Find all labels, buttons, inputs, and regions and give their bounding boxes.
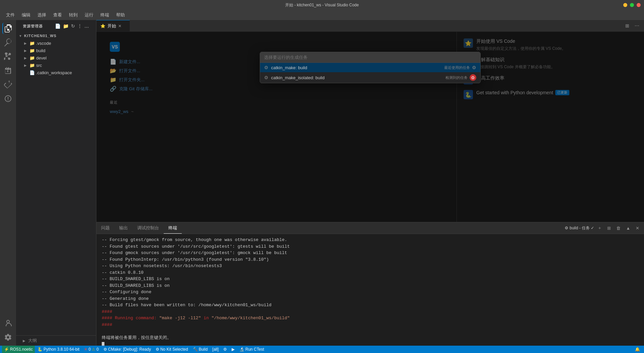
editor-area: ⭐ 开始 ✕ ⊞ ⋯ VS	[96, 20, 644, 346]
activity-remote[interactable]	[2, 93, 14, 104]
quickpick-input-field[interactable]	[264, 55, 476, 60]
vscode-arrow: ▶	[24, 41, 28, 45]
sidebar-header-actions: 📄 📁 ↻ ⋮ …	[55, 23, 89, 29]
split-editor-icon[interactable]: ⊞	[623, 22, 631, 30]
maximize-button[interactable]	[630, 3, 634, 7]
more-actions-icon[interactable]: ⋯	[633, 22, 641, 30]
tree-item-build[interactable]: ▶ 📁 build	[16, 47, 96, 54]
quickpick-label-1: catkin_make: build	[271, 65, 307, 70]
status-notifications[interactable]: 🔔	[633, 347, 642, 352]
cmake-icon: ⚙	[103, 347, 107, 352]
quickpick-container: ⚙ catkin_make: build 最近使用的任务 ⚙ ⚙ catkin_…	[260, 52, 481, 83]
status-cmake[interactable]: ⚙ CMake: [Debug]: Ready	[101, 346, 153, 353]
terminal-line-5: -- Using Python nosetests: /usr/bin/nose…	[102, 263, 639, 269]
outline-section[interactable]: ▶ 大纲	[16, 335, 96, 346]
activity-source-control[interactable]	[2, 51, 14, 62]
activity-explorer[interactable]	[2, 23, 14, 34]
activity-run[interactable]	[2, 65, 14, 76]
python-status-label: Python 3.8.10 64-bit	[44, 347, 79, 352]
terminal-line-12: ####	[102, 309, 639, 315]
menu-help[interactable]: 帮助	[113, 11, 128, 19]
quickpick-item-right-2: 检测到的任务 ⚙	[446, 74, 476, 81]
status-all[interactable]: [all]	[210, 346, 221, 353]
add-terminal-icon[interactable]: ＋	[595, 224, 604, 232]
new-file-icon[interactable]: 📄	[55, 23, 61, 29]
collapse-all-icon[interactable]: ⋮	[77, 23, 82, 29]
tree-item-devel[interactable]: ▶ 📁 devel	[16, 54, 96, 62]
minimize-button[interactable]	[623, 3, 627, 7]
editor-body: VS 📄 新建文件... 📂 打开文件... 📁	[96, 32, 644, 222]
tab-actions: ⊞ ⋯	[623, 20, 644, 31]
gear-icon-1[interactable]: ⚙	[472, 65, 476, 70]
kit-icon: ⚙	[156, 347, 159, 352]
menu-view[interactable]: 查看	[51, 11, 65, 19]
terminal-line-6: -- catkin 0.8.10	[102, 269, 639, 276]
vscode-folder-icon: 📁	[29, 41, 35, 46]
maximize-panel-icon[interactable]: ▲	[624, 224, 632, 232]
status-ctest[interactable]: 🔬 Run CTest	[237, 346, 266, 353]
status-remote[interactable]: ⚡ ROS1.noetic	[2, 346, 35, 353]
activity-settings[interactable]	[2, 332, 14, 343]
build-icon: ⚙	[565, 226, 568, 230]
gear-red-icon[interactable]: ⚙	[470, 74, 476, 81]
panel-tab-problems[interactable]: 问题	[96, 222, 114, 234]
status-gear[interactable]: ⚙	[221, 346, 229, 353]
panel-actions: ⚙ build - 任务 ✓ ＋ ⊞ 🗑 ▲ ✕	[565, 222, 644, 234]
run-icon: ▶	[232, 347, 235, 352]
quickpick-item-catkin-make[interactable]: ⚙ catkin_make: build 最近使用的任务 ⚙	[260, 63, 480, 72]
refresh-icon[interactable]: ↻	[71, 23, 75, 29]
more-actions-icon[interactable]: …	[84, 23, 89, 29]
terminal-line-2: -- Found gtest sources under '/usr/src/g…	[102, 243, 639, 250]
quickpick-label-2: catkin_make_isolated: build	[271, 75, 325, 80]
build-info: ⚙ build - 任务 ✓	[565, 225, 594, 231]
build-info-label: build - 任务 ✓	[570, 225, 594, 231]
activity-search[interactable]	[2, 37, 14, 48]
split-terminal-icon[interactable]: ⊞	[605, 224, 613, 232]
menu-edit[interactable]: 编辑	[19, 11, 33, 19]
activity-extensions[interactable]	[2, 79, 14, 90]
window-controls	[623, 3, 641, 7]
build-folder-icon: 📁	[29, 48, 35, 53]
new-folder-icon[interactable]: 📁	[63, 23, 69, 29]
output-label: 输出	[119, 225, 128, 231]
status-build[interactable]: 🔨 Build	[191, 346, 210, 353]
devel-label: devel	[36, 55, 47, 61]
build-status-label: Build	[199, 347, 208, 352]
panel-area: 问题 输出 调试控制台 终端 ⚙ build - 任务 ✓ ＋	[96, 222, 644, 346]
panel-tab-output[interactable]: 输出	[114, 222, 133, 234]
terminal-line-1: -- Forcing gtest/gmock from source, thou…	[102, 237, 639, 243]
tab-close-icon[interactable]: ✕	[118, 24, 122, 28]
workspace-label: KITCHEN01_WS	[24, 34, 57, 38]
tree-item-vscode[interactable]: ▶ 📁 .vscode	[16, 39, 96, 47]
remote-icon: ⚡	[4, 347, 9, 352]
tree-item-src[interactable]: ▶ 📁 src	[16, 62, 96, 69]
close-panel-icon[interactable]: ✕	[634, 224, 641, 232]
menu-run[interactable]: 运行	[82, 11, 96, 19]
status-errors[interactable]: ✕ 0 ⚠ 0	[82, 346, 100, 353]
sidebar: 资源管理器 📄 📁 ↻ ⋮ … ▼ KITCHEN01_WS ▶ 📁 .vsco…	[16, 20, 96, 346]
status-run[interactable]: ▶	[230, 346, 237, 353]
tab-start[interactable]: ⭐ 开始 ✕	[96, 20, 130, 31]
menu-goto[interactable]: 转到	[66, 11, 80, 19]
terminal-line-10: -- Generating done	[102, 296, 639, 302]
panel-tab-debug-console[interactable]: 调试控制台	[133, 222, 164, 234]
close-button[interactable]	[637, 3, 641, 7]
src-folder-icon: 📁	[29, 63, 35, 68]
quickpick-item-catkin-make-isolated[interactable]: ⚙ catkin_make_isolated: build 检测到的任务 ⚙	[260, 72, 480, 83]
activity-account[interactable]	[2, 318, 14, 329]
debug-console-label: 调试控制台	[137, 225, 159, 231]
menu-terminal[interactable]: 终端	[98, 11, 112, 19]
status-python[interactable]: 🐍 Python 3.8.10 64-bit	[35, 346, 81, 353]
tab-start-label: 开始	[107, 23, 116, 29]
tree-workspace-root[interactable]: ▼ KITCHEN01_WS	[16, 32, 96, 39]
build-status-icon: 🔨	[193, 347, 198, 352]
kill-terminal-icon[interactable]: 🗑	[614, 224, 623, 232]
menu-select[interactable]: 选择	[35, 11, 49, 19]
task-icon-1: ⚙	[264, 65, 268, 70]
tree-item-catkin-workspace[interactable]: ▶ 📄 .catkin_workspace	[16, 69, 96, 76]
panel-tab-terminal[interactable]: 终端	[164, 222, 182, 234]
status-no-kit[interactable]: ⚙ No Kit Selected	[154, 346, 190, 353]
terminal-line-14: ####	[102, 322, 639, 328]
quickpick-item-right-1: 最近使用的任务 ⚙	[444, 65, 476, 70]
menu-file[interactable]: 文件	[3, 11, 17, 19]
